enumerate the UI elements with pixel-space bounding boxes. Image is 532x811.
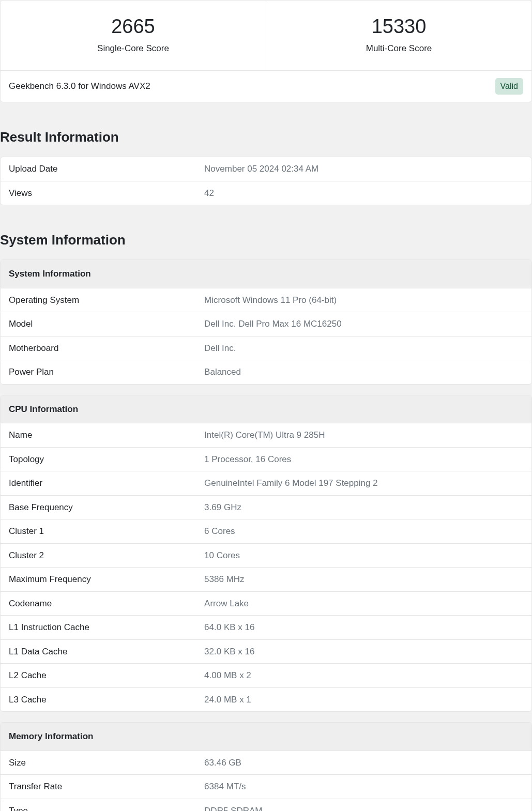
table-row: Views 42 [1,181,531,205]
table-row: L3 Cache 24.0 MB x 1 [1,688,531,712]
multi-core-cell: 15330 Multi-Core Score [266,1,531,70]
table-row: Model Dell Inc. Dell Pro Max 16 MC16250 [1,312,531,336]
row-key: Name [9,429,204,442]
multi-core-label: Multi-Core Score [271,42,526,55]
table-row: L2 Cache 4.00 MB x 2 [1,664,531,688]
row-key: Cluster 2 [9,549,204,562]
row-value: Intel(R) Core(TM) Ultra 9 285H [204,429,523,442]
row-value: 63.46 GB [204,756,523,770]
table-row: Transfer Rate 6384 MT/s [1,775,531,799]
row-value: 64.0 KB x 16 [204,621,523,634]
table-row: Cluster 1 6 Cores [1,519,531,544]
row-key: Transfer Rate [9,780,204,793]
row-value: Dell Inc. Dell Pro Max 16 MC16250 [204,317,523,331]
row-value: 24.0 MB x 1 [204,693,523,707]
system-information-heading: System Information [0,230,532,250]
row-value: GenuineIntel Family 6 Model 197 Stepping… [204,477,523,490]
table-row: Cluster 2 10 Cores [1,544,531,568]
single-core-label: Single-Core Score [6,42,261,55]
row-value: 42 [204,187,523,200]
result-information-heading: Result Information [0,127,532,147]
row-value: 6384 MT/s [204,780,523,793]
row-value: 1 Processor, 16 Cores [204,453,523,466]
row-key: L2 Cache [9,669,204,682]
table-row: Motherboard Dell Inc. [1,336,531,361]
row-value: Balanced [204,365,523,379]
memory-info-header: Memory Information [1,723,531,751]
row-value: November 05 2024 02:34 AM [204,162,523,176]
row-key: Operating System [9,294,204,307]
row-key: Model [9,317,204,331]
row-key: Codename [9,597,204,610]
row-value: 4.00 MB x 2 [204,669,523,682]
row-key: Upload Date [9,162,204,176]
result-info-table: Upload Date November 05 2024 02:34 AM Vi… [0,157,532,205]
row-value: DDR5 SDRAM [204,804,523,811]
row-key: L1 Data Cache [9,645,204,659]
row-key: Size [9,756,204,770]
system-info-header: System Information [1,260,531,288]
table-row: Operating System Microsoft Windows 11 Pr… [1,288,531,313]
table-row: Topology 1 Processor, 16 Cores [1,448,531,472]
memory-info-table: Memory Information Size 63.46 GB Transfe… [0,722,532,811]
multi-core-score: 15330 [271,15,526,39]
version-row: Geekbench 6.3.0 for Windows AVX2 Valid [1,70,531,102]
row-value: 32.0 KB x 16 [204,645,523,659]
version-text: Geekbench 6.3.0 for Windows AVX2 [9,80,150,93]
row-value: 3.69 GHz [204,501,523,514]
scores-row: 2665 Single-Core Score 15330 Multi-Core … [1,1,531,70]
row-value: Dell Inc. [204,342,523,355]
row-key: Identifier [9,477,204,490]
table-row: Size 63.46 GB [1,751,531,775]
table-row: Codename Arrow Lake [1,592,531,616]
row-value: Arrow Lake [204,597,523,610]
row-key: L3 Cache [9,693,204,707]
row-key: Base Frequency [9,501,204,514]
table-row: Maximum Frequency 5386 MHz [1,568,531,592]
row-key: Views [9,187,204,200]
row-key: Power Plan [9,365,204,379]
single-core-score: 2665 [6,15,261,39]
table-row: L1 Data Cache 32.0 KB x 16 [1,640,531,664]
table-row: Base Frequency 3.69 GHz [1,496,531,520]
system-info-table: System Information Operating System Micr… [0,259,532,385]
table-row: Upload Date November 05 2024 02:34 AM [1,157,531,181]
row-key: Motherboard [9,342,204,355]
row-key: Cluster 1 [9,525,204,538]
single-core-cell: 2665 Single-Core Score [1,1,266,70]
scores-card: 2665 Single-Core Score 15330 Multi-Core … [0,0,532,102]
row-key: Topology [9,453,204,466]
cpu-info-table: CPU Information Name Intel(R) Core(TM) U… [0,395,532,712]
cpu-info-header: CPU Information [1,395,531,424]
row-value: 10 Cores [204,549,523,562]
row-value: 5386 MHz [204,573,523,586]
row-value: Microsoft Windows 11 Pro (64-bit) [204,294,523,307]
row-value: 6 Cores [204,525,523,538]
row-key: Type [9,804,204,811]
table-row: Power Plan Balanced [1,360,531,384]
table-row: L1 Instruction Cache 64.0 KB x 16 [1,616,531,640]
table-row: Type DDR5 SDRAM [1,799,531,811]
row-key: Maximum Frequency [9,573,204,586]
table-row: Identifier GenuineIntel Family 6 Model 1… [1,471,531,496]
valid-badge: Valid [495,78,523,95]
row-key: L1 Instruction Cache [9,621,204,634]
table-row: Name Intel(R) Core(TM) Ultra 9 285H [1,423,531,448]
